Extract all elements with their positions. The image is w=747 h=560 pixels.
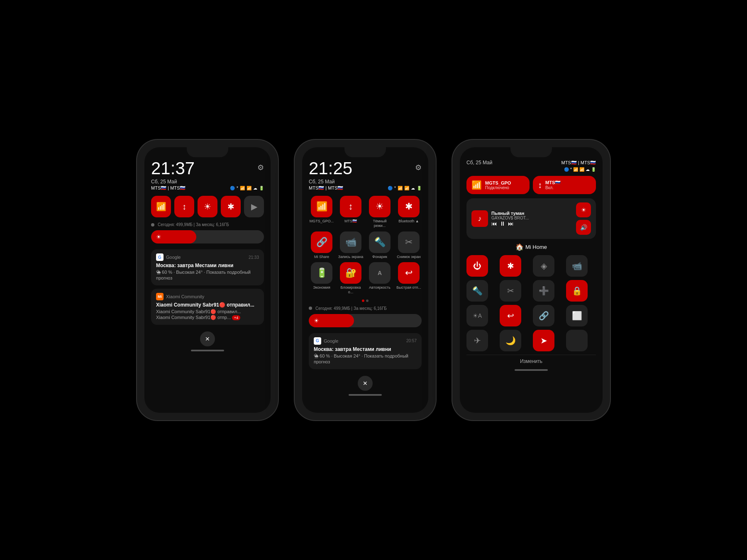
- notif-mi-body: Xiaomi Community Sabr91🔴 отправил... Xia…: [156, 309, 259, 321]
- qs-torch-icon: 🔦: [369, 231, 391, 253]
- ctrl-grid-2: 🔦 ✂ ➕ 🔒: [466, 280, 596, 302]
- phone-2-carrier: MTS🇷🇺 | MTS🇷🇺: [309, 185, 343, 191]
- ctrl-airplane[interactable]: ✈: [466, 330, 488, 351]
- notif-weather-app: Google: [166, 255, 246, 260]
- phone-1-notch: [187, 147, 228, 157]
- ctrl-bluetooth[interactable]: ✱: [500, 255, 521, 277]
- ctrl-grid-3: ☀A ↩ 🔗 ⬜: [466, 305, 596, 326]
- phone-2-qs-grid: 📶 MGTS_GPO... ↕ MTS🇷🇺 ☀ Тёмный режи... ✱…: [309, 196, 422, 295]
- more-icon: ▶: [251, 202, 257, 212]
- brightness-btn[interactable]: ☀: [576, 202, 591, 217]
- qs-tile-mishare[interactable]: 🔗 Mi Share: [309, 231, 334, 259]
- qs-tile-screenshot[interactable]: ✂ Снимок экран: [396, 231, 422, 259]
- notif-weather-2-body: 🌦 60 % · Высокая 24° · Показать подробны…: [314, 353, 417, 365]
- phone-3-screen: Сб, 25 Май MTS🇷🇺 | MTS🇷🇺 🔵*📶📶☁🔋 📶 MGTS_G…: [460, 147, 603, 413]
- ctrl-scissors[interactable]: ✂: [500, 280, 521, 302]
- big-wifi-icon: 📶: [471, 180, 482, 190]
- qs-tile-screenrec[interactable]: 📹 Запись экрана: [338, 231, 364, 259]
- qs-tile-bt[interactable]: ✱ Bluetooth ▲: [396, 196, 422, 228]
- qs-tile-wifi[interactable]: 📶 MGTS_GPO...: [309, 196, 334, 228]
- ctrl-window[interactable]: ⬜: [566, 305, 588, 326]
- notif-mi-title: Xiaomi Community Sabr91🔴 отправил...: [156, 302, 259, 308]
- qs-battery-label: Экономия: [313, 285, 330, 290]
- settings-icon[interactable]: ⚙: [257, 163, 264, 172]
- big-data-icon: ↕: [538, 180, 542, 190]
- big-tile-wifi[interactable]: 📶 MGTS_GPO Подключено: [466, 176, 530, 194]
- qs-screenrec-label: Запись экрана: [338, 255, 364, 259]
- qs-tile-battery[interactable]: 🔋 Экономия: [309, 262, 334, 295]
- prev-icon[interactable]: ⏮: [491, 220, 497, 227]
- phone-1-home-bar: [191, 350, 224, 351]
- qs-battery-icon: 🔋: [311, 262, 332, 284]
- notif-weather-title: Москва: завтра Местами ливни: [156, 263, 259, 268]
- ctrl-dnd[interactable]: 🌙: [500, 330, 521, 351]
- brightness-icon-2: ☀: [314, 317, 319, 324]
- ctrl-camera[interactable]: 📹: [566, 255, 588, 277]
- phone-2-time: 21:25: [309, 160, 352, 177]
- ctrl-torch[interactable]: 🔦: [466, 280, 488, 302]
- qs-tile-auto[interactable]: A Автояркость: [367, 262, 393, 295]
- notif-mi-app: Xiaomi Community: [166, 294, 259, 299]
- qs-tile-torch[interactable]: 🔦 Фонарик: [367, 231, 393, 259]
- edit-bar[interactable]: Изменить: [466, 355, 596, 368]
- phone-2-notch: [344, 147, 386, 157]
- dot-2: [366, 299, 369, 302]
- qs-tile-darkmode[interactable]: ☀ Тёмный режи...: [367, 196, 393, 228]
- big-data-info: MTS🇷🇺 Вкл.: [545, 180, 561, 190]
- qs-tile-lock[interactable]: 🔐 Блокировка о...: [338, 262, 364, 295]
- qs-tile-data[interactable]: ↕ MTS🇷🇺: [338, 196, 364, 228]
- brightness-slider-icon: ☀: [156, 234, 161, 240]
- ctrl-autobrightness[interactable]: ☀A: [466, 305, 488, 326]
- phone-2-data-usage: Сегодня: 499,9МБ | За месяц: 6,16ГБ: [309, 306, 422, 311]
- phone-2-carrier-line: MTS🇷🇺 | MTS🇷🇺 🔵*📶📶☁🔋: [309, 185, 422, 191]
- qs-wifi-label: MGTS_GPO...: [310, 219, 334, 224]
- phone-2-brightness-bar[interactable]: ☀: [309, 314, 422, 327]
- ctrl-power[interactable]: ⏻: [466, 255, 488, 277]
- phone-1-content: 21:37 ⚙ Сб, 25 Май MTS🇷🇺 | MTS🇷🇺 🔵*📶📶☁🔋 …: [144, 147, 271, 413]
- phone-1-carrier-line: MTS🇷🇺 | MTS🇷🇺 🔵*📶📶☁🔋: [151, 185, 264, 191]
- phone-1-close-button[interactable]: ✕: [200, 331, 215, 346]
- ctrl-link[interactable]: 🔗: [533, 305, 554, 326]
- tile-bluetooth[interactable]: ✱: [221, 196, 241, 217]
- media-artist: GAYAZOV$ BROT...: [491, 216, 573, 220]
- qs-data-icon: ↕: [340, 196, 361, 217]
- qs-quick-icon: ↩: [398, 262, 420, 284]
- page-dots: [309, 299, 422, 302]
- mi-logo-icon: 🏠: [515, 243, 524, 251]
- qs-tile-quick[interactable]: ↩ Быстрая отп...: [396, 262, 422, 295]
- ctrl-location2[interactable]: ➤: [533, 330, 554, 351]
- big-tile-data[interactable]: ↕ MTS🇷🇺 Вкл.: [533, 176, 596, 194]
- ctrl-lock[interactable]: 🔒: [566, 280, 588, 302]
- notification-weather[interactable]: G Google 21:33 Москва: завтра Местами ли…: [151, 249, 264, 285]
- media-player: ♪ Пьяный туман GAYAZOV$ BROT... ⏮ ⏸ ⏭ ☀ …: [466, 198, 596, 239]
- ctrl-location[interactable]: ◈: [533, 255, 554, 277]
- google-icon: G: [156, 253, 164, 261]
- qs-bt-label: Bluetooth ▲: [398, 219, 419, 224]
- volume-btn[interactable]: 🔊: [576, 220, 591, 235]
- pause-icon[interactable]: ⏸: [500, 220, 505, 227]
- next-icon[interactable]: ⏭: [508, 220, 514, 227]
- qs-mishare-label: Mi Share: [314, 255, 329, 259]
- tile-more[interactable]: ▶: [244, 196, 264, 217]
- tile-brightness[interactable]: ☀: [198, 196, 217, 217]
- qs-quick-label: Быстрая отп...: [396, 285, 421, 290]
- ctrl-share[interactable]: ↩: [500, 305, 521, 326]
- notification-weather-2[interactable]: G Google 20:57 Москва: завтра Местами ли…: [309, 333, 422, 369]
- qs-screenshot-label: Снимок экран: [397, 255, 421, 259]
- big-data-name: MTS🇷🇺: [545, 180, 561, 185]
- bluetooth-icon: ✱: [227, 202, 234, 212]
- media-controls: ⏮ ⏸ ⏭: [491, 220, 573, 227]
- phones-container: 21:37 ⚙ Сб, 25 Май MTS🇷🇺 | MTS🇷🇺 🔵*📶📶☁🔋 …: [120, 115, 627, 445]
- tile-data[interactable]: ↕: [174, 196, 194, 217]
- notif-badge: +4: [232, 315, 240, 320]
- phone-2-settings-icon[interactable]: ⚙: [415, 163, 422, 172]
- tile-wifi[interactable]: 📶: [151, 196, 171, 217]
- phone-2-close-button[interactable]: ✕: [358, 376, 373, 391]
- notification-xiaomi[interactable]: Mi Xiaomi Community Xiaomi Community Sab…: [151, 289, 264, 325]
- qs-dark-icon: ☀: [369, 196, 391, 217]
- phone-1-data-usage: Сегодня: 499,9МБ | За месяц: 6,16ГБ: [151, 222, 264, 227]
- mi-home-label: 🏠 Mi Home: [466, 243, 596, 251]
- brightness-icon-tile: ☀: [204, 202, 211, 212]
- phone-1-brightness-bar[interactable]: ☀: [151, 230, 264, 243]
- ctrl-addscr[interactable]: ➕: [533, 280, 554, 302]
